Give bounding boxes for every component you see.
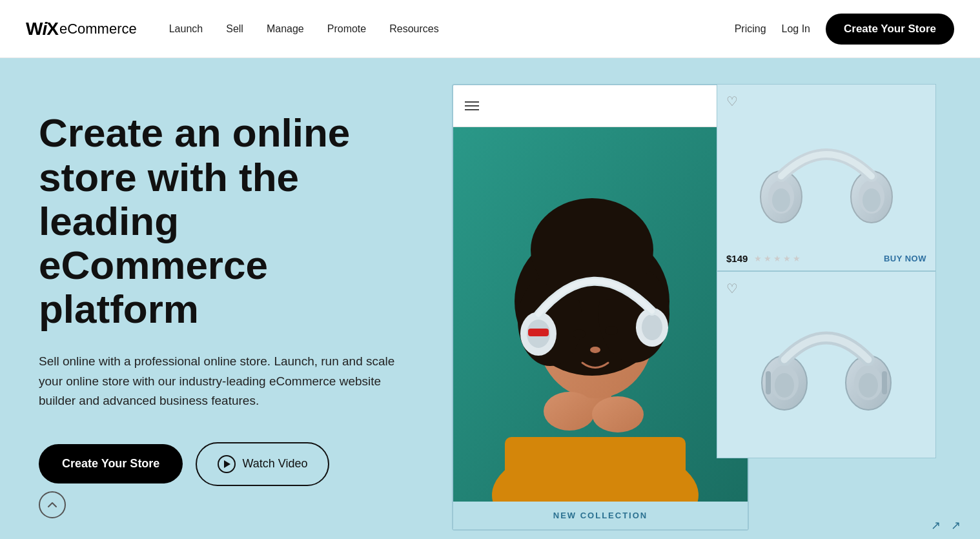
hero-left: Create an online store with the leading … [0,58,439,539]
arrow-ne-2-icon[interactable]: ↗ [951,518,961,533]
nav-pricing[interactable]: Pricing [735,23,766,35]
store-mockup-header: 2 [453,85,748,127]
logo-brand: WiX [26,19,58,39]
product-card-1-footer: $149 ★ ★ ★ ★ ★ BUY NOW [717,247,935,270]
svg-point-24 [772,188,790,212]
nav-links: Launch Sell Manage Promote Resources [169,23,735,35]
nav-link-sell[interactable]: Sell [226,23,243,35]
store-mockup: 2 [452,84,749,531]
svg-point-9 [531,198,653,301]
store-mockup-footer: NEW COLLECTION [453,502,748,529]
hero-cta-secondary-button[interactable]: Watch Video [196,442,329,486]
chevron-up-icon [46,499,58,511]
svg-point-31 [859,373,878,398]
logo-product: eCommerce [59,21,137,37]
svg-rect-32 [766,371,771,394]
svg-point-25 [863,188,881,212]
hero-subtitle: Sell online with a professional online s… [39,352,407,411]
wishlist-icon-2[interactable]: ♡ [726,281,738,296]
product-card-1: ♡ [717,84,936,271]
play-triangle-icon [224,460,230,468]
hero-title: Create an online store with the leading … [39,111,407,331]
hero-product-illustration [453,127,748,502]
hero-buttons: Create Your Store Watch Video [39,442,407,486]
svg-point-30 [775,373,794,398]
nav-link-manage[interactable]: Manage [267,23,304,35]
nav-cta-button[interactable]: Create Your Store [826,14,954,45]
svg-point-18 [544,392,595,431]
hamburger-icon[interactable] [465,101,479,110]
scroll-up-button[interactable] [39,491,66,518]
svg-rect-33 [882,371,887,394]
nav-link-promote[interactable]: Promote [327,23,366,35]
svg-point-19 [592,396,644,432]
arrow-ne-1-icon[interactable]: ↗ [931,518,941,533]
logo: WiX eCommerce [26,19,137,39]
arrows-row: ↗ ↗ [931,518,961,533]
svg-rect-17 [528,329,549,336]
product-cards: ♡ [717,84,936,458]
store-product-image [453,127,748,502]
nav-login[interactable]: Log In [782,23,810,35]
buy-now-button-1[interactable]: BUY NOW [884,254,926,263]
product-price-1: $149 [726,253,748,264]
product-card-2: ♡ [717,271,936,458]
svg-point-11 [605,326,618,335]
nav-right: Pricing Log In Create Your Store [735,14,954,45]
hero-right: 2 [439,58,980,539]
new-collection-label: NEW COLLECTION [553,511,648,520]
watch-video-label: Watch Video [242,457,307,471]
hero-section: Create an online store with the leading … [0,58,980,539]
navbar: WiX eCommerce Launch Sell Manage Promote… [0,0,980,58]
svg-point-16 [642,314,662,340]
svg-point-12 [590,347,600,353]
product-stars-1: ★ ★ ★ ★ ★ [754,254,877,263]
hero-cta-primary-button[interactable]: Create Your Store [39,444,183,483]
svg-point-10 [573,329,586,338]
product-image-1 [755,119,897,236]
play-icon [218,455,236,473]
product-image-2 [755,307,897,423]
svg-rect-3 [505,437,686,502]
nav-link-launch[interactable]: Launch [169,23,203,35]
wishlist-icon-1[interactable]: ♡ [726,94,738,109]
nav-link-resources[interactable]: Resources [389,23,438,35]
